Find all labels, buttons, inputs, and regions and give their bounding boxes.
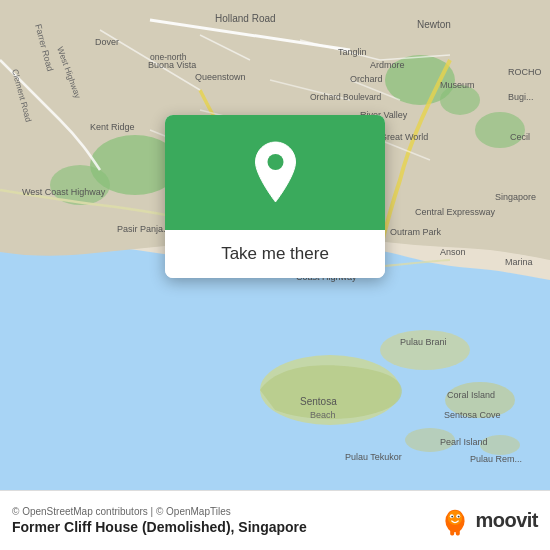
bugis-label: Bugi... [508, 92, 534, 102]
anson-label: Anson [440, 247, 466, 257]
pulau-brani-label: Pulau Brani [400, 337, 447, 347]
popup-card: Take me there [165, 115, 385, 278]
orchard-label: Orchard [350, 74, 383, 84]
svg-rect-32 [456, 529, 460, 535]
svg-rect-31 [451, 529, 455, 535]
moovit-mascot-icon [439, 505, 471, 537]
moovit-logo[interactable]: moovit [439, 505, 538, 537]
queenstown-label: Queenstown [195, 72, 246, 82]
attribution-text: © OpenStreetMap contributors | © OpenMap… [12, 506, 439, 517]
map-container: Holland Road Newton Farrer Road Clement … [0, 0, 550, 490]
pearl-island-label: Pearl Island [440, 437, 488, 447]
location-pin-icon [248, 140, 303, 205]
orchard-blvd-label: Orchard Boulevard [310, 92, 382, 102]
location-name: Former Cliff House (Demolished), Singapo… [12, 519, 439, 535]
svg-point-24 [267, 154, 283, 170]
newton-label: Newton [417, 19, 451, 30]
take-me-there-button[interactable]: Take me there [165, 230, 385, 278]
sentosa-cove-label: Sentosa Cove [444, 410, 501, 420]
beach-label: Beach [310, 410, 336, 420]
svg-point-3 [475, 112, 525, 148]
coral-island-label: Coral Island [447, 390, 495, 400]
moovit-wordmark: moovit [475, 509, 538, 532]
pulau-rem-label: Pulau Rem... [470, 454, 522, 464]
outram-park-label: Outram Park [390, 227, 442, 237]
pasir-panjang-label: Pasir Panja... [117, 224, 171, 234]
svg-point-29 [452, 515, 454, 517]
singapore-label: Singapore [495, 192, 536, 202]
pulau-tekukor-label: Pulau Tekukor [345, 452, 402, 462]
ardmore-label: Ardmore [370, 60, 405, 70]
bottom-bar: © OpenStreetMap contributors | © OpenMap… [0, 490, 550, 550]
bottom-text-container: © OpenStreetMap contributors | © OpenMap… [12, 506, 439, 535]
sentosa-label: Sentosa [300, 396, 337, 407]
kent-ridge-label: Kent Ridge [90, 122, 135, 132]
one-north-label: one-north [150, 52, 187, 62]
marina-label: Marina [505, 257, 533, 267]
svg-point-20 [380, 330, 470, 370]
cecils-label: Cecil [510, 132, 530, 142]
west-coast-highway-label: West Coast Highway [22, 187, 106, 197]
holland-road-label: Holland Road [215, 13, 276, 24]
rochor-label: ROCHO [508, 67, 542, 77]
svg-point-30 [458, 515, 460, 517]
popup-green-area [165, 115, 385, 230]
tanglin-label: Tanglin [338, 47, 367, 57]
museum-label: Museum [440, 80, 475, 90]
great-world-label: Great World [380, 132, 428, 142]
central-exp-label: Central Expressway [415, 207, 496, 217]
dover-label: Dover [95, 37, 119, 47]
